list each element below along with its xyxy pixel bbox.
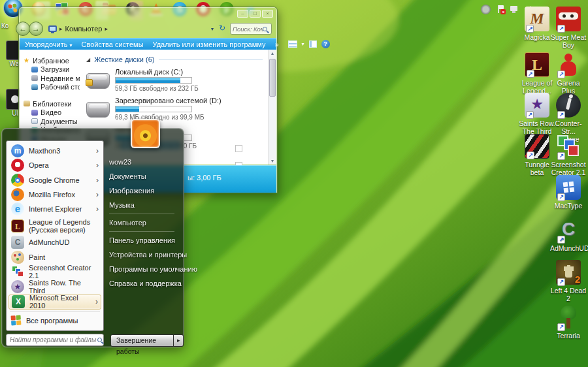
desktop-icon-partial[interactable]: Ко xyxy=(1,22,8,29)
menu-item-league-of-legends[interactable]: LLeague of Legends (Русская версия) xyxy=(8,216,101,235)
start-pictures[interactable]: Изображения xyxy=(106,184,181,198)
start-help-support[interactable]: Справка и поддержка xyxy=(106,276,181,291)
preview-pane-icon[interactable] xyxy=(309,40,317,48)
system-properties-button[interactable]: Свойства системы xyxy=(82,40,144,48)
counter-strike-icon: ↗ xyxy=(556,93,581,118)
nav-downloads[interactable]: Загрузки xyxy=(24,65,80,74)
close-button[interactable]: × xyxy=(262,10,273,18)
menu-item-mozilla-firefox[interactable]: Mozilla Firefox› xyxy=(8,187,101,202)
menu-item-google-chrome[interactable]: Google Chrome› xyxy=(8,173,101,187)
libraries-icon xyxy=(24,101,30,106)
screenshot-creator-icon xyxy=(11,265,24,278)
selection-size-text: ы: 3,00 ГБ xyxy=(188,174,221,182)
address-dropdown-icon[interactable]: ▾ xyxy=(211,26,214,32)
explorer-search-input[interactable] xyxy=(233,25,263,33)
start-computer[interactable]: Компьютер xyxy=(106,215,181,230)
menu-item-maxthon3[interactable]: mMaxthon3› xyxy=(8,144,101,158)
drive-name: Локальный диск (C:) xyxy=(115,68,199,76)
menu-item-saints-row[interactable]: ★Saints Row. The Third xyxy=(8,279,101,295)
menu-item-screenshot-creator[interactable]: Screenshot Creator 2.1 xyxy=(8,264,101,279)
breadcrumb[interactable]: ▸ Компьютер ▸ xyxy=(48,25,108,33)
all-programs-button[interactable]: Все программы xyxy=(8,314,101,328)
desktop-icon-admunchud[interactable]: C↗ AdMunchUD xyxy=(550,217,587,252)
drive-item-c[interactable]: Локальный диск (C:) 59,3 ГБ свободно из … xyxy=(86,68,265,92)
organize-menu[interactable]: Упорядочить ▾ xyxy=(25,40,73,48)
forward-button[interactable]: → xyxy=(29,22,43,36)
start-menu-programs: mMaxthon3› Opera› Google Chrome› Mozilla… xyxy=(6,140,104,331)
shortcut-arrow-icon: ↗ xyxy=(526,25,534,33)
change-view-icon[interactable] xyxy=(288,40,297,48)
minimize-button[interactable]: – xyxy=(237,10,248,18)
desktop-icon-label: AdMunchUD xyxy=(550,244,587,252)
recent-places-icon xyxy=(31,75,38,81)
refresh-button[interactable]: ↻ xyxy=(217,24,227,34)
scroll-up-icon[interactable]: ▴ xyxy=(269,50,276,56)
start-menu-places: wow23 Документы Изображения Музыка Компь… xyxy=(106,155,181,291)
desktop-icon-label: Ко xyxy=(1,22,8,29)
start-default-programs[interactable]: Программы по умолчанию xyxy=(106,262,181,276)
start-user-name[interactable]: wow23 xyxy=(106,155,181,169)
uninstall-program-button[interactable]: Удалить или изменить программу xyxy=(153,40,266,48)
menu-item-paint[interactable]: Paint xyxy=(8,250,101,264)
menu-item-admunchud[interactable]: CAdMunchUD xyxy=(8,235,101,249)
back-button[interactable]: ← xyxy=(16,22,30,36)
desktop-icon-terraria[interactable]: ↗ Terraria xyxy=(550,305,587,340)
menu-item-internet-explorer[interactable]: eInternet Explorer› xyxy=(8,202,101,216)
desktop-icon-mactype[interactable]: ↗ MacType xyxy=(550,175,587,210)
menu-item-microsoft-excel[interactable]: XMicrosoft Excel 2010› xyxy=(8,295,101,310)
nav-videos[interactable]: Видео xyxy=(24,108,80,118)
mactype-icon: ↗ xyxy=(556,175,581,200)
collapse-twisty-icon[interactable]: ◢ xyxy=(86,57,90,63)
scroll-down-icon[interactable]: ▾ xyxy=(269,158,276,164)
shutdown-button[interactable]: Завершение работы xyxy=(110,334,174,347)
desktop-icon-garena-plus[interactable]: ↗ Garena Plus xyxy=(550,52,587,95)
nav-libraries[interactable]: Библиотеки xyxy=(24,99,80,108)
desktop-icon-screenshot-creator[interactable]: ↗ Screenshot Creator 2.1 xyxy=(550,134,587,176)
address-bar: ← → ▸ Компьютер ▸ ▾ ↻ xyxy=(19,20,277,37)
start-search-box[interactable] xyxy=(6,334,104,346)
shutdown-options-arrow[interactable]: ▸ xyxy=(174,334,184,347)
start-documents[interactable]: Документы xyxy=(106,169,181,184)
computer-icon xyxy=(48,25,57,32)
search-icon xyxy=(97,338,102,342)
desktop-icon-label: Super Meat Boy xyxy=(550,33,587,49)
help-icon[interactable]: ? xyxy=(321,40,330,48)
desktop-icon-label: Left 4 Dead 2 xyxy=(550,287,587,302)
desktop-icon-super-meat-boy[interactable]: ↗ Super Meat Boy xyxy=(550,7,587,49)
nav-documents[interactable]: Документы xyxy=(24,117,80,126)
maximize-button[interactable]: □ xyxy=(250,10,261,18)
start-control-panel[interactable]: Панель управления xyxy=(106,233,181,247)
scrollbar-thumb[interactable] xyxy=(269,59,276,97)
breadcrumb-item-computer[interactable]: Компьютер xyxy=(65,25,103,33)
maxthon-icon: m xyxy=(11,144,24,157)
explorer-search-box[interactable] xyxy=(230,23,272,35)
start-music[interactable]: Музыка xyxy=(106,198,181,212)
drive-item-d[interactable]: Зарезервировано системой (D:) 69,3 МБ св… xyxy=(86,97,265,121)
tray-app-icon[interactable] xyxy=(481,5,491,14)
start-devices-printers[interactable]: Устройства и принтеры xyxy=(106,247,181,262)
windows-flag-icon xyxy=(10,315,22,327)
nav-recent-places[interactable]: Недавние места xyxy=(24,74,80,83)
shortcut-arrow-icon: ↗ xyxy=(557,278,565,286)
desktop-icon-left4dead2[interactable]: 2↗ Left 4 Dead 2 xyxy=(550,260,587,302)
saints-row-icon: ★ xyxy=(11,280,24,293)
opera-icon xyxy=(11,159,24,172)
vertical-scrollbar[interactable]: ▴ ▾ xyxy=(268,50,276,165)
nav-favorites[interactable]: ★Избранное xyxy=(24,56,80,65)
action-center-icon[interactable]: x xyxy=(495,5,505,14)
shortcut-arrow-icon: ↗ xyxy=(557,111,565,119)
firefox-icon xyxy=(11,188,24,201)
nav-desktop[interactable]: Рабочий стол xyxy=(24,83,80,92)
capacity-bar xyxy=(115,106,192,112)
shortcut-arrow-icon: ↗ xyxy=(557,193,565,201)
view-caret-icon[interactable]: ▾ xyxy=(302,41,304,47)
shortcut-arrow-icon: ↗ xyxy=(557,236,565,244)
toolbar-overflow-button[interactable]: » xyxy=(274,40,278,48)
desktop-icon-label: Screenshot Creator 2.1 xyxy=(550,161,587,176)
user-account-picture[interactable] xyxy=(131,119,160,148)
menu-item-opera[interactable]: Opera› xyxy=(8,158,101,172)
group-header-hard-disks[interactable]: ◢ Жесткие диски (6) xyxy=(86,56,265,63)
paint-icon xyxy=(11,251,24,264)
start-search-input[interactable] xyxy=(10,336,97,343)
desktop-icon-label: Terraria xyxy=(550,332,587,340)
